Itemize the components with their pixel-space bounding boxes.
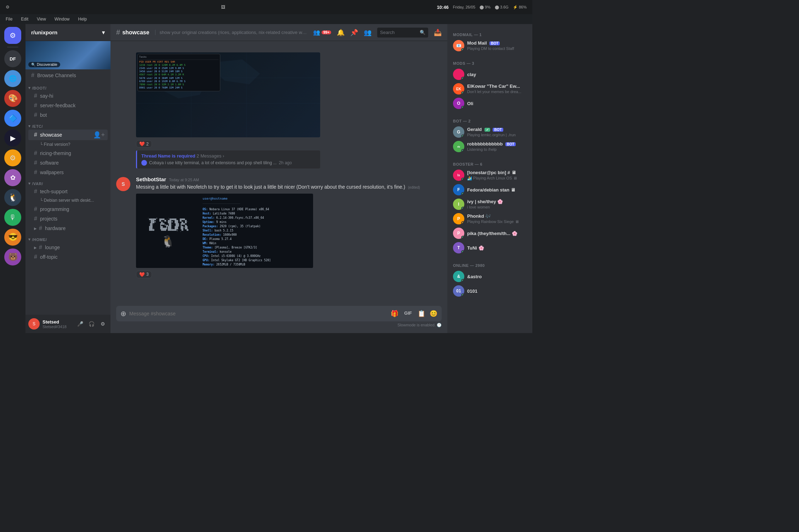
server-icon-discord-home[interactable]: ⚙ [4,27,21,44]
category-header-etc[interactable]: ▾ /ETC/ [26,122,110,129]
category-header-var[interactable]: ▾ /VAR/ [26,180,110,187]
server-icon-3[interactable]: 🌐 [4,70,21,87]
hash-icon: # [39,244,42,251]
reaction-heart-2[interactable]: ❤️ 2 [136,140,152,148]
member-clay[interactable]: clay [450,67,529,81]
add-attachment-button[interactable]: ⊕ [120,309,126,318]
pin-icon[interactable]: 📌 [350,29,358,36]
member-astro[interactable]: & &astro [450,269,529,284]
category-header-home[interactable]: ▾ /HOME/ [26,236,110,242]
avatar: & [453,271,464,282]
channel-programming[interactable]: # programming [28,205,108,214]
system-time: 10:46 [437,5,448,10]
category-home: ▾ /HOME/ ▶ # lounge # off-topic [26,236,110,262]
channel-lounge[interactable]: ▶ # lounge [28,243,108,252]
status-dot [461,149,464,152]
member-name-info: ivy | she/they 🌸 i love women [467,199,527,210]
channel-hardware[interactable]: ▶ # hardware [28,224,108,233]
member-oli[interactable]: O Oli [450,96,529,110]
server-icon-7[interactable]: ⚙ [4,149,21,166]
image-placeholder: Tasks PID USER PR VIRT RES SHR 1234 root… [136,52,320,137]
reaction-heart-3[interactable]: ❤️ 3 [136,271,152,278]
member-elkowar[interactable]: EK ElKowar "The Car" Ew... Don't let you… [450,82,529,96]
gif-icon[interactable]: GIF [403,310,413,318]
message-input-field[interactable] [129,311,388,316]
channel-final-version[interactable]: └ Final version? [28,141,108,148]
member-section-bots: BOT — 2 G Gerald ✓ BOT Playing lemkc.org… [447,113,532,154]
member-phonkd[interactable]: P Phonkd 🎶 Playing Rainbow Six Siege 🖥 [450,212,529,226]
status-dot [461,178,464,181]
channel-tech-support[interactable]: # tech-support [28,187,108,196]
member-ivy[interactable]: I ivy | she/they 🌸 i love women [450,197,529,211]
mute-button[interactable]: 🎤 [75,319,85,329]
emoji-icon[interactable]: 😊 [430,310,437,318]
avatar: ls [453,170,464,181]
channel-software[interactable]: # software [28,158,108,167]
server-header[interactable]: r/unixporn ▾ [26,24,110,41]
member-list-icon[interactable]: 👥 [364,29,372,36]
hash-icon: # [34,254,37,260]
server-icon-10[interactable]: 🎙 [4,209,21,226]
menu-help[interactable]: Help [77,16,89,22]
member-section-boosters: BOOSTER — 6 ls [lonestar@pc bin] # 🖥 🏄 P… [447,156,532,255]
server-icon-9[interactable]: 🐧 [4,189,21,206]
member-fedora[interactable]: F Fedora/debian stan 🖥 [450,183,529,197]
member-lonestar[interactable]: ls [lonestar@pc bin] # 🖥 🏄 Playing Arch … [450,168,529,182]
slowmode-notice: Slowmode is enabled. 🕐 [116,323,442,327]
server-icon-df[interactable]: DF [4,50,21,67]
member-name-info: TuNi 🌸 [467,245,527,251]
server-icon-12[interactable]: 🐻 [4,248,21,265]
channel-bot[interactable]: # bot [28,110,108,120]
server-icon-5[interactable]: 🔷 [4,110,21,127]
menu-window[interactable]: Window [53,16,71,22]
search-icon: 🔍 [420,30,425,35]
category-header-boot[interactable]: ▾ /BOOT/ [26,84,110,91]
avatar: P [453,213,464,224]
hash-icon: # [34,150,37,156]
server-icon-6[interactable]: ▶ [4,130,21,147]
channel-off-topic[interactable]: # off-topic [28,252,108,262]
member-tuni[interactable]: T TuNi 🌸 [450,241,529,255]
hash-icon: # [34,216,37,222]
search-bar[interactable]: Search 🔍 [377,28,428,38]
menu-view[interactable]: View [35,16,47,22]
member-modmail[interactable]: 📧 Mod Mail BOT Playing DM to contact Sta… [450,39,529,53]
messages-area[interactable]: Tasks PID USER PR VIRT RES SHR 1234 root… [110,41,447,306]
server-divider [7,47,18,47]
edited-label: (edited) [408,185,420,189]
thread-preview[interactable]: Thread Name is required 2 Messages › Cob… [136,150,320,168]
menu-edit[interactable]: Edit [19,16,30,22]
member-name-info: Fedora/debian stan 🖥 [467,187,527,193]
deafen-button[interactable]: 🎧 [86,319,96,329]
search-placeholder: Search [380,30,395,35]
avatar: O [453,98,464,109]
avatar: P [453,228,464,239]
system-gear-icon[interactable]: ⚙ [6,5,10,10]
member-section-mods: MODS — 3 clay EK ElKowar "The Car" [447,56,532,110]
member-pika[interactable]: P pika (they/them/th... 🌸 [450,226,529,240]
gift-icon[interactable]: 🎁 [391,310,398,318]
server-icon-4[interactable]: 🎨 [4,90,21,107]
channel-showcase[interactable]: # showcase 👤+ [28,130,108,140]
channel-projects[interactable]: # projects [28,214,108,223]
server-icon-8[interactable]: ✿ [4,169,21,186]
menu-file[interactable]: File [4,16,14,22]
channel-debian-thread[interactable]: └ Debian server with deskt... [28,196,108,204]
add-member-icon[interactable]: 👤+ [93,131,105,139]
member-gerald[interactable]: G Gerald ✓ BOT Playing lemkc.org/run | .… [450,125,529,139]
members-icon[interactable]: 👥 99+ [313,29,331,36]
chevron-right-icon: ▾ [28,86,31,90]
notification-icon[interactable]: 🔔 [337,29,345,36]
channel-wallpapers[interactable]: # wallpapers [28,168,108,177]
server-icon-11[interactable]: 😎 [4,229,21,246]
inbox-icon[interactable]: 📥 [434,29,442,36]
member-0101[interactable]: 01 0101 [450,284,529,298]
sticker-icon[interactable]: 📋 [418,310,425,318]
channel-say-hi[interactable]: # say-hi [28,91,108,101]
browse-channels-button[interactable]: # Browse Channels [26,69,110,81]
channel-server-feedback[interactable]: # server-feedback [28,101,108,110]
settings-button[interactable]: ⚙ [98,319,108,329]
member-robbbbb[interactable]: rb robbbbbbbbbbb BOT Listening to /help [450,139,529,154]
app-body: ⚙ DF 🌐 🎨 🔷 ▶ ⚙ ✿ 🐧 🎙 😎 [0,24,532,333]
channel-ricing-theming[interactable]: # ricing-theming [28,149,108,158]
